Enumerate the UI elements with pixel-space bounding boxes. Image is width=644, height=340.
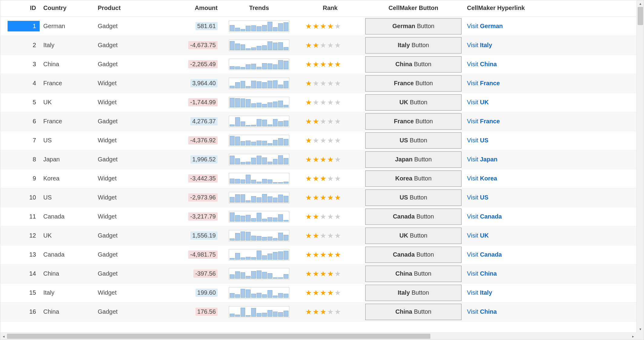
star-icon[interactable]: ★: [320, 79, 327, 87]
cell-country[interactable]: Italy: [40, 36, 94, 55]
cell-country[interactable]: China: [40, 264, 94, 283]
star-icon[interactable]: ★: [327, 117, 334, 125]
cellmaker-hyperlink[interactable]: Visit Korea: [467, 175, 497, 182]
cellmaker-hyperlink[interactable]: Visit Italy: [467, 289, 492, 296]
cell-amount[interactable]: -1,744.99: [161, 93, 221, 112]
star-icon[interactable]: ★: [305, 22, 313, 30]
cell-id[interactable]: 14: [0, 264, 40, 283]
table-row[interactable]: 4FranceWidget3,964.40★★★★★France ButtonV…: [0, 74, 636, 93]
cell-id[interactable]: 9: [0, 169, 40, 188]
header-id[interactable]: ID: [0, 0, 40, 17]
star-icon[interactable]: ★: [327, 79, 334, 87]
cell-product[interactable]: Gadget: [94, 150, 161, 169]
table-row[interactable]: 13CanadaGadget-4,981.75★★★★★Canada Butto…: [0, 245, 636, 264]
cellmaker-button[interactable]: Italy Button: [365, 37, 462, 53]
table-row[interactable]: 16ChinaGadget176.56★★★★★China ButtonVisi…: [0, 302, 636, 321]
star-icon[interactable]: ★: [327, 232, 334, 240]
star-icon[interactable]: ★: [320, 212, 327, 221]
cellmaker-button[interactable]: Japan Button: [365, 151, 462, 168]
cell-amount[interactable]: -2,973.96: [161, 188, 221, 207]
star-icon[interactable]: ★: [320, 117, 327, 125]
cell-id[interactable]: 6: [0, 112, 40, 131]
star-icon[interactable]: ★: [305, 174, 313, 183]
star-icon[interactable]: ★: [334, 308, 342, 316]
cell-amount[interactable]: -4,673.75: [161, 36, 221, 55]
cell-country[interactable]: US: [40, 131, 94, 150]
cell-id[interactable]: 3: [0, 55, 40, 74]
star-icon[interactable]: ★: [313, 79, 320, 87]
cell-product[interactable]: Gadget: [94, 245, 161, 264]
cell-country[interactable]: Japan: [40, 150, 94, 169]
scroll-down-arrow-icon[interactable]: ▾: [637, 326, 644, 332]
cell-product[interactable]: Widget: [94, 283, 161, 302]
star-icon[interactable]: ★: [334, 270, 342, 278]
table-row[interactable]: 15ItalyWidget199.60★★★★★Italy ButtonVisi…: [0, 283, 636, 302]
star-icon[interactable]: ★: [334, 289, 342, 297]
cell-rank[interactable]: ★★★★★: [297, 150, 363, 169]
star-icon[interactable]: ★: [327, 155, 334, 164]
cellmaker-button[interactable]: US Button: [365, 132, 462, 149]
cellmaker-hyperlink[interactable]: Visit France: [467, 80, 500, 86]
cellmaker-hyperlink[interactable]: Visit UK: [467, 232, 489, 239]
cell-rank[interactable]: ★★★★★: [297, 226, 363, 245]
star-icon[interactable]: ★: [320, 193, 327, 202]
star-icon[interactable]: ★: [313, 251, 320, 259]
cell-country[interactable]: China: [40, 302, 94, 321]
cell-amount[interactable]: -3,442.35: [161, 169, 221, 188]
cellmaker-button[interactable]: Canada Button: [365, 247, 462, 263]
cell-id[interactable]: 12: [0, 226, 40, 245]
cell-product[interactable]: Widget: [94, 169, 161, 188]
cell-product[interactable]: Gadget: [94, 17, 161, 36]
star-icon[interactable]: ★: [334, 117, 342, 125]
star-icon[interactable]: ★: [327, 212, 334, 221]
scroll-right-arrow-icon[interactable]: ▸: [630, 333, 636, 340]
header-amount[interactable]: Amount: [161, 0, 221, 17]
star-icon[interactable]: ★: [320, 251, 327, 259]
star-icon[interactable]: ★: [334, 60, 342, 68]
star-icon[interactable]: ★: [313, 174, 320, 183]
star-icon[interactable]: ★: [313, 136, 320, 144]
cellmaker-hyperlink[interactable]: Visit China: [467, 308, 497, 315]
cell-product[interactable]: Gadget: [94, 264, 161, 283]
star-icon[interactable]: ★: [327, 22, 334, 30]
cellmaker-hyperlink[interactable]: Visit Italy: [467, 42, 492, 48]
star-icon[interactable]: ★: [320, 232, 327, 240]
vertical-scrollbar[interactable]: ▴ ▾: [636, 0, 644, 332]
cell-id[interactable]: 7: [0, 131, 40, 150]
cellmaker-button[interactable]: Korea Button: [365, 170, 462, 187]
star-icon[interactable]: ★: [320, 270, 327, 278]
horizontal-scrollbar[interactable]: ◂ ▸: [0, 332, 636, 340]
star-icon[interactable]: ★: [313, 117, 320, 125]
cell-amount[interactable]: 199.60: [161, 283, 221, 302]
cell-id[interactable]: 1: [0, 17, 40, 36]
table-row[interactable]: 6FranceGadget4,276.37★★★★★France ButtonV…: [0, 112, 636, 131]
cell-country[interactable]: France: [40, 74, 94, 93]
table-row[interactable]: 9KoreaWidget-3,442.35★★★★★Korea ButtonVi…: [0, 169, 636, 188]
table-row[interactable]: 11CanadaWidget-3,217.79★★★★★Canada Butto…: [0, 207, 636, 226]
header-trends[interactable]: Trends: [221, 0, 297, 17]
star-icon[interactable]: ★: [313, 232, 320, 240]
cell-id[interactable]: 13: [0, 245, 40, 264]
star-icon[interactable]: ★: [327, 60, 334, 68]
table-row[interactable]: 2ItalyGadget-4,673.75★★★★★Italy ButtonVi…: [0, 36, 636, 55]
cell-country[interactable]: US: [40, 188, 94, 207]
cellmaker-button[interactable]: German Button: [365, 18, 462, 34]
star-icon[interactable]: ★: [334, 22, 342, 30]
cell-rank[interactable]: ★★★★★: [297, 264, 363, 283]
cellmaker-button[interactable]: US Button: [365, 189, 462, 206]
cell-amount[interactable]: -3,217.79: [161, 207, 221, 226]
cell-country[interactable]: Korea: [40, 169, 94, 188]
cell-country[interactable]: Canada: [40, 207, 94, 226]
star-icon[interactable]: ★: [327, 308, 334, 316]
cell-product[interactable]: Widget: [94, 188, 161, 207]
star-icon[interactable]: ★: [313, 308, 320, 316]
cell-product[interactable]: Gadget: [94, 112, 161, 131]
star-icon[interactable]: ★: [320, 136, 327, 144]
star-icon[interactable]: ★: [327, 41, 334, 49]
cellmaker-hyperlink[interactable]: Visit Canada: [467, 251, 502, 258]
star-icon[interactable]: ★: [313, 98, 320, 106]
vertical-scroll-thumb[interactable]: [638, 7, 643, 25]
star-icon[interactable]: ★: [305, 79, 313, 87]
cell-country[interactable]: China: [40, 55, 94, 74]
horizontal-scroll-thumb[interactable]: [7, 334, 430, 339]
